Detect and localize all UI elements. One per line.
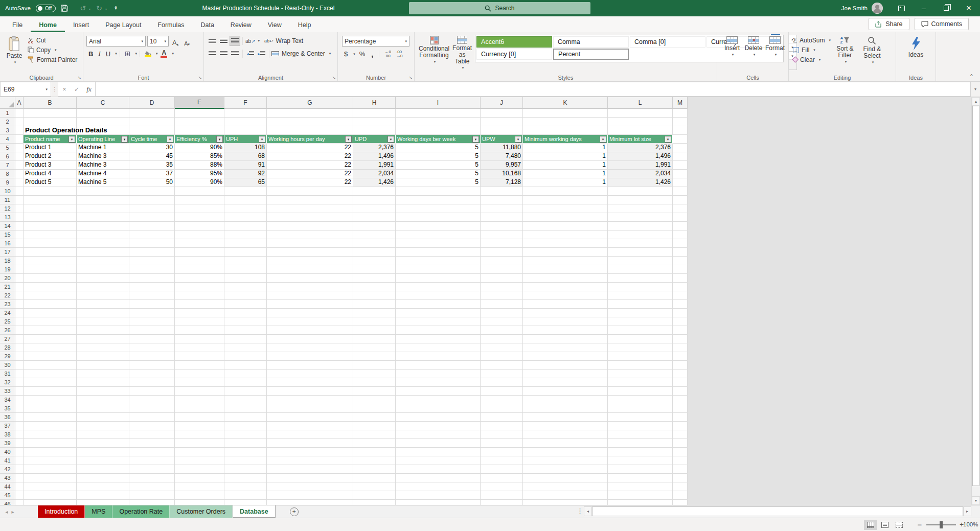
- row-header-14[interactable]: 14: [0, 222, 15, 230]
- cell-M25[interactable]: [673, 317, 688, 326]
- cell-style-comma-0-[interactable]: Comma [0]: [630, 36, 705, 48]
- cell-K8[interactable]: 1: [523, 170, 608, 178]
- filter-dropdown-icon[interactable]: ▾: [216, 136, 223, 143]
- cell-I7[interactable]: 5: [396, 161, 481, 170]
- cell-D4[interactable]: Cycle time▾: [129, 135, 175, 144]
- cell-G34[interactable]: [267, 396, 353, 404]
- cell-G29[interactable]: [267, 352, 353, 361]
- cell-I46[interactable]: [396, 500, 481, 505]
- minimize-button[interactable]: –: [913, 0, 935, 16]
- cell-E26[interactable]: [175, 326, 224, 335]
- cell-E11[interactable]: [175, 196, 224, 204]
- cell-F41[interactable]: [224, 456, 267, 465]
- cell-J44[interactable]: [481, 482, 523, 491]
- cell-J6[interactable]: 7,480: [481, 152, 523, 161]
- cell-G24[interactable]: [267, 309, 353, 317]
- cell-I41[interactable]: [396, 456, 481, 465]
- view-page-layout-button[interactable]: [878, 520, 892, 530]
- cell-A13[interactable]: [15, 213, 24, 222]
- cell-K32[interactable]: [523, 378, 608, 387]
- cell-G43[interactable]: [267, 474, 353, 482]
- cell-K27[interactable]: [523, 335, 608, 343]
- column-header-C[interactable]: C: [77, 97, 129, 109]
- cell-K39[interactable]: [523, 439, 608, 448]
- cell-A32[interactable]: [15, 378, 24, 387]
- cell-A3[interactable]: [15, 126, 24, 135]
- scroll-down-icon[interactable]: ▼: [972, 496, 980, 505]
- cell-H12[interactable]: [353, 204, 396, 213]
- cell-J34[interactable]: [481, 396, 523, 404]
- add-sheet-button[interactable]: +: [290, 507, 299, 516]
- column-header-D[interactable]: D: [129, 97, 175, 109]
- row-header-2[interactable]: 2: [0, 118, 15, 126]
- cell-I1[interactable]: [396, 109, 481, 118]
- cell-J37[interactable]: [481, 422, 523, 430]
- cell-F5[interactable]: 108: [224, 144, 267, 152]
- cell-A9[interactable]: [15, 178, 24, 187]
- cell-K16[interactable]: [523, 239, 608, 248]
- cell-L46[interactable]: [608, 500, 673, 505]
- cell-C33[interactable]: [77, 387, 129, 396]
- cell-K15[interactable]: [523, 230, 608, 239]
- cell-L3[interactable]: [608, 126, 673, 135]
- cell-F20[interactable]: [224, 274, 267, 283]
- cell-E18[interactable]: [175, 257, 224, 265]
- cell-B9[interactable]: Product 5: [24, 178, 77, 187]
- cell-B13[interactable]: [24, 213, 77, 222]
- cell-L35[interactable]: [608, 404, 673, 413]
- cell-C39[interactable]: [77, 439, 129, 448]
- cell-F15[interactable]: [224, 230, 267, 239]
- cell-L1[interactable]: [608, 109, 673, 118]
- cell-A1[interactable]: [15, 109, 24, 118]
- cell-D21[interactable]: [129, 283, 175, 291]
- cell-C25[interactable]: [77, 317, 129, 326]
- cell-D39[interactable]: [129, 439, 175, 448]
- cell-C45[interactable]: [77, 491, 129, 500]
- cell-K3[interactable]: [523, 126, 608, 135]
- cell-D24[interactable]: [129, 309, 175, 317]
- cell-A25[interactable]: [15, 317, 24, 326]
- column-header-B[interactable]: B: [24, 97, 77, 109]
- cell-C30[interactable]: [77, 361, 129, 370]
- cell-A35[interactable]: [15, 404, 24, 413]
- row-header-21[interactable]: 21: [0, 283, 15, 291]
- cell-L9[interactable]: 1,426: [608, 178, 673, 187]
- row-header-40[interactable]: 40: [0, 448, 15, 456]
- cell-I40[interactable]: [396, 448, 481, 456]
- cell-J1[interactable]: [481, 109, 523, 118]
- cell-K2[interactable]: [523, 118, 608, 126]
- cell-H27[interactable]: [353, 335, 396, 343]
- cell-L14[interactable]: [608, 222, 673, 230]
- cell-H36[interactable]: [353, 413, 396, 422]
- comments-button[interactable]: Comments: [915, 18, 969, 30]
- column-header-I[interactable]: I: [396, 97, 481, 109]
- cell-L20[interactable]: [608, 274, 673, 283]
- column-header-H[interactable]: H: [353, 97, 396, 109]
- select-all-corner[interactable]: [0, 97, 15, 109]
- cell-M40[interactable]: [673, 448, 688, 456]
- cell-E42[interactable]: [175, 465, 224, 474]
- cell-L17[interactable]: [608, 248, 673, 257]
- filter-dropdown-icon[interactable]: ▾: [515, 136, 521, 143]
- cell-B12[interactable]: [24, 204, 77, 213]
- cell-B25[interactable]: [24, 317, 77, 326]
- cell-H14[interactable]: [353, 222, 396, 230]
- cell-B26[interactable]: [24, 326, 77, 335]
- cell-B23[interactable]: [24, 300, 77, 309]
- cell-K4[interactable]: Minimum working days▾: [523, 135, 608, 144]
- cell-B33[interactable]: [24, 387, 77, 396]
- cell-A46[interactable]: [15, 500, 24, 505]
- row-header-7[interactable]: 7: [0, 161, 15, 170]
- cell-B2[interactable]: [24, 118, 77, 126]
- cell-M8[interactable]: [673, 170, 688, 178]
- cell-B14[interactable]: [24, 222, 77, 230]
- cell-F35[interactable]: [224, 404, 267, 413]
- cell-F22[interactable]: [224, 291, 267, 300]
- cell-E46[interactable]: [175, 500, 224, 505]
- cell-C22[interactable]: [77, 291, 129, 300]
- cell-G31[interactable]: [267, 370, 353, 378]
- cell-A10[interactable]: [15, 187, 24, 196]
- cell-I15[interactable]: [396, 230, 481, 239]
- row-header-9[interactable]: 9: [0, 178, 15, 187]
- cell-A31[interactable]: [15, 370, 24, 378]
